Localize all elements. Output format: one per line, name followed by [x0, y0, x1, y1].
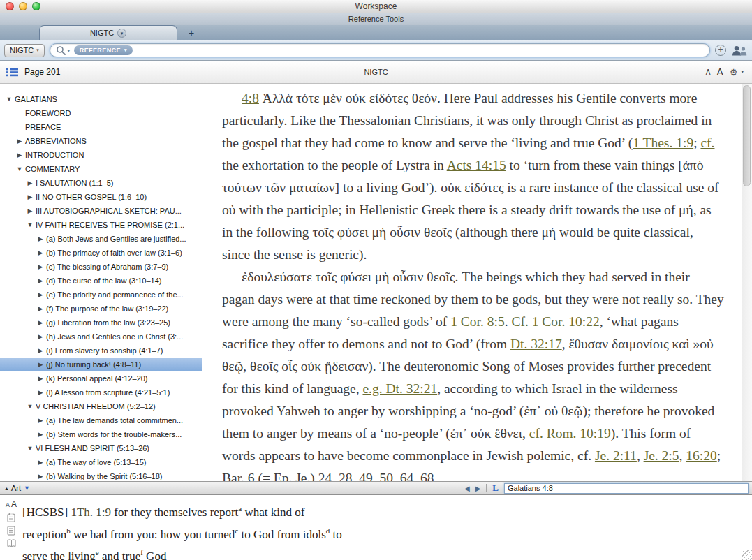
disclosure-closed-icon[interactable]: ▶ — [36, 347, 45, 354]
scripture-ref-link[interactable]: Je. 2:5 — [644, 448, 679, 463]
sidebar-tree[interactable]: ▼GALATIANSFOREWORDPREFACE▶ABBREVIATIONS▶… — [0, 84, 202, 481]
disclosure-closed-icon[interactable]: ▶ — [36, 277, 45, 284]
book-tool-icon[interactable] — [7, 539, 16, 547]
resize-grip[interactable] — [742, 550, 752, 560]
sidebar-item[interactable]: ▶(f) The purpose of the law (3:19–22) — [0, 302, 202, 316]
disclosure-closed-icon[interactable]: ▶ — [36, 263, 45, 270]
scripture-ref-link[interactable]: cf. Rom. 10:19 — [529, 426, 611, 441]
vertical-scrollbar[interactable] — [742, 84, 752, 481]
sidebar-item[interactable]: ▼GALATIANS — [0, 92, 202, 106]
sidebar-item[interactable]: ▼IV FAITH RECEIVES THE PROMISE (2:1... — [0, 218, 202, 232]
module-selector-button[interactable]: NIGTC ▾ — [4, 44, 45, 57]
scripture-ref-link[interactable]: Acts 14:15 — [447, 158, 506, 172]
sidebar-item[interactable]: ▼V CHRISTIAN FREEDOM (5:2–12) — [0, 399, 202, 413]
copy-tool-icon[interactable] — [7, 513, 15, 522]
sidebar-item[interactable]: ▶(b) Stem words for the trouble-makers..… — [0, 427, 202, 441]
disclosure-closed-icon[interactable]: ▶ — [36, 389, 45, 396]
add-tab-button[interactable]: + — [715, 45, 726, 56]
disclosure-closed-icon[interactable]: ▶ — [36, 431, 45, 438]
scripture-ref-link[interactable]: cf. — [700, 135, 714, 150]
page-toolbar: Page 201 NIGTC A A ⚙ ▾ — [0, 61, 752, 84]
disclosure-closed-icon[interactable]: ▶ — [26, 179, 34, 186]
sidebar-item[interactable]: ▼VI FLESH AND SPIRIT (5:13–26) — [0, 441, 202, 455]
sidebar-item[interactable]: ▶II NO OTHER GOSPEL (1:6–10) — [0, 190, 202, 204]
disclosure-open-icon[interactable]: ▼ — [15, 165, 24, 172]
search-menu-caret-icon[interactable]: ▾ — [68, 48, 70, 53]
settings-gear-icon[interactable]: ⚙ — [730, 67, 738, 78]
tab-nigtc[interactable]: NIGTC ▾ — [39, 25, 177, 40]
art-label[interactable]: Art — [11, 484, 21, 492]
scripture-ref-link[interactable]: Dt. 32:17 — [510, 337, 562, 351]
scrollbar-thumb[interactable] — [743, 85, 751, 186]
sidebar-item[interactable]: ▶INTRODUCTION — [0, 148, 202, 162]
disclosure-closed-icon[interactable]: ▶ — [15, 138, 24, 145]
disclosure-open-icon[interactable]: ▼ — [5, 96, 13, 103]
art-dropdown-icon[interactable]: ▼ — [24, 485, 30, 492]
disclosure-open-icon[interactable]: ▼ — [26, 445, 34, 452]
tab-menu-icon[interactable]: ▾ — [117, 29, 126, 38]
disclosure-closed-icon[interactable]: ▶ — [36, 361, 45, 368]
scripture-ref-link[interactable]: 1 Cor. 8:5 — [450, 314, 504, 329]
sidebar-item[interactable]: ▶(a) Both Jews and Gentiles are justifie… — [0, 232, 202, 246]
disclosure-closed-icon[interactable]: ▶ — [36, 305, 45, 312]
sidebar-item[interactable]: ▶I SALUTATION (1:1–5) — [0, 176, 202, 190]
disclosure-closed-icon[interactable]: ▶ — [36, 417, 45, 424]
sidebar-item[interactable]: ▶(g) Liberation from the law (3:23–25) — [0, 316, 202, 330]
reference-scope-token[interactable]: REFERENCE ▾ — [74, 45, 133, 55]
disclosure-closed-icon[interactable]: ▶ — [26, 193, 34, 200]
sidebar-item[interactable]: ▶ABBREVIATIONS — [0, 134, 202, 148]
disclosure-open-icon[interactable]: ▼ — [26, 221, 34, 228]
next-button[interactable]: ▶ — [475, 485, 481, 492]
scripture-ref-link[interactable]: Je. 2:11 — [595, 448, 637, 463]
zoom-window-button[interactable] — [32, 2, 40, 10]
disclosure-closed-icon[interactable]: ▶ — [15, 152, 24, 159]
search-input[interactable]: ▾ REFERENCE ▾ — [50, 43, 710, 57]
sidebar-item[interactable]: ▶(i) From slavery to sonship (4:1–7) — [0, 344, 202, 358]
new-tab-button[interactable]: + — [186, 27, 197, 38]
sidebar-item[interactable]: ▶(h) Jews and Gentiles one in Christ (3:… — [0, 330, 202, 344]
close-window-button[interactable] — [6, 2, 14, 10]
sidebar-item[interactable]: ▶III AUTOBIOGRAPHICAL SKETCH: PAU... — [0, 204, 202, 218]
art-up-icon[interactable]: ▲ — [4, 486, 9, 491]
disclosure-open-icon[interactable]: ▼ — [26, 403, 34, 410]
scripture-ref-link[interactable]: 1Th. 1:9 — [71, 506, 111, 519]
sidebar-item[interactable]: ▶(b) The primacy of faith over law (3:1–… — [0, 246, 202, 260]
disclosure-closed-icon[interactable]: ▶ — [36, 235, 45, 242]
scripture-ref-link[interactable]: Cf. 1 Cor. 10:22 — [511, 314, 599, 329]
previous-button[interactable]: ◀ — [464, 485, 470, 492]
commentary-pane[interactable]: 4:8 Ἀλλὰ τότε μὲν οὐκ εἰδότες θεόν. Here… — [202, 84, 752, 481]
scripture-ref-link[interactable]: 1 Thes. 1:9 — [633, 135, 693, 150]
table-of-contents-button[interactable] — [6, 68, 18, 77]
scripture-ref-link[interactable]: 4:8 — [242, 91, 259, 105]
disclosure-closed-icon[interactable]: ▶ — [36, 375, 45, 382]
decrease-font-button[interactable]: A — [706, 68, 711, 76]
disclosure-closed-icon[interactable]: ▶ — [36, 473, 45, 480]
sidebar-item[interactable]: PREFACE — [0, 120, 202, 134]
disclosure-closed-icon[interactable]: ▶ — [36, 249, 45, 256]
sidebar-item[interactable]: FOREWORD — [0, 106, 202, 120]
sidebar-item[interactable]: ▶(l) A lesson from scripture (4:21–5:1) — [0, 385, 202, 399]
reference-input[interactable] — [504, 483, 749, 494]
disclosure-closed-icon[interactable]: ▶ — [26, 207, 34, 214]
sidebar-item[interactable]: ▼COMMENTARY — [0, 162, 202, 176]
sidebar-item[interactable]: ▶(a) The way of love (5:13–15) — [0, 455, 202, 469]
scripture-ref-link[interactable]: e.g. Dt. 32:21 — [362, 381, 437, 396]
notes-tool-icon[interactable] — [7, 526, 15, 536]
sidebar-item[interactable]: ▶(d) The curse of the law (3:10–14) — [0, 274, 202, 288]
scripture-ref-link[interactable]: 16:20 — [686, 448, 716, 463]
sidebar-item[interactable]: ▶(b) Walking by the Spirit (5:16–18) — [0, 469, 202, 481]
preview-font-size-control[interactable]: A A — [6, 499, 17, 509]
disclosure-closed-icon[interactable]: ▶ — [36, 333, 45, 340]
sidebar-item[interactable]: ▶(e) The priority and permanence of the.… — [0, 288, 202, 302]
user-group-icon[interactable] — [731, 45, 748, 56]
sidebar-item[interactable]: ▶(j) No turning back! (4:8–11) — [0, 358, 202, 371]
sidebar-item[interactable]: ▶(a) The law demands total commitmen... — [0, 413, 202, 427]
lookup-l-icon[interactable]: L — [492, 482, 499, 494]
minimize-window-button[interactable] — [19, 2, 27, 10]
disclosure-closed-icon[interactable]: ▶ — [36, 291, 45, 298]
disclosure-closed-icon[interactable]: ▶ — [36, 319, 45, 326]
sidebar-item[interactable]: ▶(c) The blessing of Abraham (3:7–9) — [0, 260, 202, 274]
increase-font-button[interactable]: A — [716, 66, 723, 78]
sidebar-item[interactable]: ▶(k) Personal appeal (4:12–20) — [0, 371, 202, 385]
disclosure-closed-icon[interactable]: ▶ — [36, 459, 45, 466]
